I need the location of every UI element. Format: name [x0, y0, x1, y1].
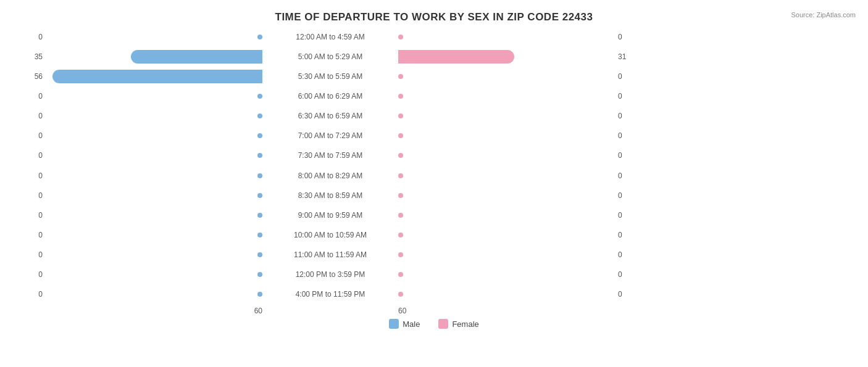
female-bar-container [398, 94, 614, 99]
chart-title: TIME OF DEPARTURE TO WORK BY SEX IN ZIP … [12, 11, 856, 23]
male-bar [131, 50, 262, 64]
male-value: 0 [12, 171, 46, 180]
female-zero-dot [398, 94, 403, 99]
table-row: 0 7:00 AM to 7:29 AM 0 [12, 126, 856, 146]
time-range-label: 8:30 AM to 8:59 AM [262, 191, 398, 200]
female-bar-container [398, 272, 614, 277]
male-zero-dot [257, 173, 262, 178]
table-row: 0 10:00 AM to 10:59 AM 0 [12, 225, 856, 244]
female-zero-dot [398, 113, 403, 118]
male-bar-container [46, 292, 262, 297]
male-zero-dot [257, 213, 262, 218]
female-bar-container [398, 292, 614, 297]
female-bar-container [398, 113, 614, 118]
table-row: 0 11:00 AM to 11:59 AM 0 [12, 245, 856, 265]
female-value: 0 [614, 33, 648, 41]
female-bar-container [398, 173, 614, 178]
legend-male-label: Male [403, 320, 420, 329]
time-range-label: 10:00 AM to 10:59 AM [262, 231, 398, 239]
male-zero-dot [257, 153, 262, 158]
male-bar-container [46, 35, 262, 39]
female-bar-container [398, 193, 614, 198]
male-value: 56 [12, 72, 46, 81]
male-value: 0 [12, 112, 46, 120]
male-bar-container [46, 50, 262, 64]
chart-container: TIME OF DEPARTURE TO WORK BY SEX IN ZIP … [0, 0, 868, 367]
axis-left-value: 60 [254, 307, 262, 315]
male-bar [52, 70, 262, 83]
table-row: 0 8:00 AM to 8:29 AM 0 [12, 166, 856, 185]
female-bar-container [398, 50, 614, 64]
table-row: 56 5:30 AM to 5:59 AM 0 [12, 67, 856, 86]
male-bar-container [46, 70, 262, 83]
male-bar-container [46, 173, 262, 178]
rows-container: 0 12:00 AM to 4:59 AM 0 35 5:00 AM to 5:… [12, 27, 856, 304]
legend-male-box [389, 319, 399, 329]
female-value: 0 [614, 290, 648, 299]
female-value: 0 [614, 250, 648, 259]
male-zero-dot [257, 252, 262, 257]
male-zero-dot [257, 113, 262, 118]
time-range-label: 7:00 AM to 7:29 AM [262, 131, 398, 140]
male-value: 35 [12, 52, 46, 61]
female-value: 0 [614, 270, 648, 279]
table-row: 0 9:00 AM to 9:59 AM 0 [12, 205, 856, 225]
time-range-label: 11:00 AM to 11:59 AM [262, 250, 398, 259]
female-zero-dot [398, 173, 403, 178]
table-row: 0 6:00 AM to 6:29 AM 0 [12, 86, 856, 105]
male-value: 0 [12, 270, 46, 279]
female-bar [398, 50, 514, 64]
table-row: 0 7:30 AM to 7:59 AM 0 [12, 146, 856, 165]
female-zero-dot [398, 233, 403, 237]
male-bar-container [46, 193, 262, 198]
male-bar-container [46, 94, 262, 99]
female-bar-container [398, 252, 614, 257]
female-zero-dot [398, 272, 403, 277]
female-value: 31 [614, 52, 648, 61]
time-range-label: 5:30 AM to 5:59 AM [262, 72, 398, 81]
female-zero-dot [398, 213, 403, 218]
male-zero-dot [257, 233, 262, 237]
female-zero-dot [398, 292, 403, 297]
time-range-label: 6:00 AM to 6:29 AM [262, 92, 398, 101]
male-value: 0 [12, 151, 46, 160]
female-value: 0 [614, 92, 648, 101]
female-value: 0 [614, 191, 648, 200]
female-zero-dot [398, 74, 403, 79]
male-zero-dot [257, 35, 262, 39]
male-value: 0 [12, 33, 46, 41]
male-zero-dot [257, 133, 262, 138]
legend-female-box [438, 319, 448, 329]
female-zero-dot [398, 193, 403, 198]
male-bar-container [46, 233, 262, 237]
male-value: 0 [12, 211, 46, 220]
male-value: 0 [12, 231, 46, 239]
axis-row: 60 60 [12, 307, 856, 315]
table-row: 0 12:00 PM to 3:59 PM 0 [12, 265, 856, 284]
male-bar-container [46, 133, 262, 138]
legend-female-label: Female [452, 320, 478, 329]
axis-right-value: 60 [398, 307, 406, 315]
male-value: 0 [12, 191, 46, 200]
time-range-label: 8:00 AM to 8:29 AM [262, 171, 398, 180]
female-value: 0 [614, 231, 648, 239]
male-bar-container [46, 153, 262, 158]
male-zero-dot [257, 292, 262, 297]
table-row: 0 6:30 AM to 6:59 AM 0 [12, 107, 856, 126]
female-value: 0 [614, 112, 648, 120]
time-range-label: 6:30 AM to 6:59 AM [262, 112, 398, 120]
male-zero-dot [257, 94, 262, 99]
male-value: 0 [12, 131, 46, 140]
female-zero-dot [398, 133, 403, 138]
time-range-label: 12:00 PM to 3:59 PM [262, 270, 398, 279]
female-value: 0 [614, 151, 648, 160]
female-zero-dot [398, 35, 403, 39]
female-zero-dot [398, 252, 403, 257]
time-range-label: 4:00 PM to 11:59 PM [262, 290, 398, 299]
male-bar-container [46, 272, 262, 277]
time-range-label: 9:00 AM to 9:59 AM [262, 211, 398, 220]
male-bar-container [46, 252, 262, 257]
table-row: 0 4:00 PM to 11:59 PM 0 [12, 285, 856, 304]
female-bar-container [398, 74, 614, 79]
legend: Male Female [12, 319, 856, 329]
